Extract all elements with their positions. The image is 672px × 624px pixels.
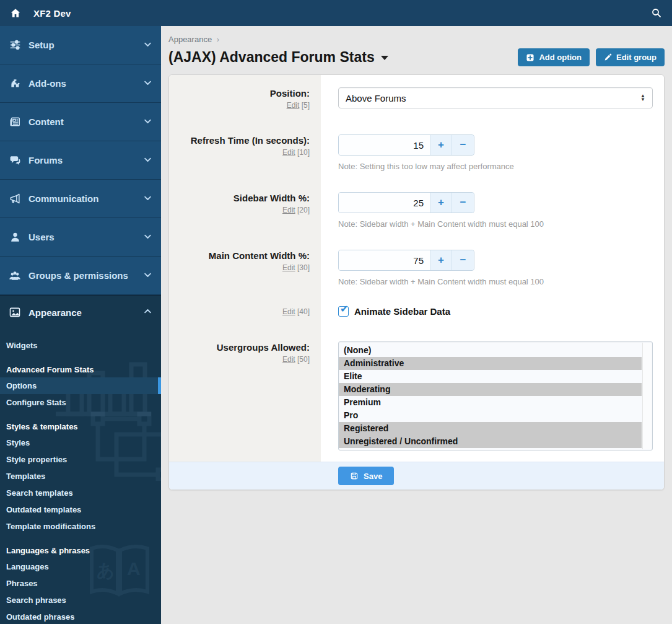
listbox-option-moderating[interactable]: Moderating <box>339 383 642 396</box>
edit-link[interactable]: Edit <box>282 206 295 214</box>
home-icon[interactable] <box>10 7 21 19</box>
button-label: Save <box>364 472 382 481</box>
edit-link[interactable]: Edit <box>282 148 295 157</box>
field-label: Sidebar Width %: <box>169 192 310 204</box>
option-id: [50] <box>297 355 310 364</box>
sidebar-item-users[interactable]: Users <box>0 218 161 257</box>
sidebar-item-appearance[interactable]: Appearance <box>0 296 161 328</box>
sidebar-item-options[interactable]: Options <box>0 377 161 394</box>
field-label: Main Content Width %: <box>169 250 310 261</box>
sidebar-item-style-properties[interactable]: Style properties <box>0 451 161 468</box>
checkbox-label: Animate Sidebar Data <box>354 306 450 317</box>
sidebar-item-label: Groups & permissions <box>28 270 143 281</box>
sidebar-item-label: Content <box>28 116 143 127</box>
button-label: Add option <box>539 53 582 62</box>
chevron-down-icon <box>143 40 152 51</box>
chevron-down-icon <box>143 270 152 281</box>
edit-link[interactable]: Edit <box>287 101 300 110</box>
form-row-main-content-width: Main Content Width %: Edit [30] + − Note… <box>169 229 664 286</box>
option-id: [10] <box>297 148 310 157</box>
checkbox-checked-icon: ✔ <box>338 306 349 317</box>
listbox-scrollbar[interactable] <box>642 343 652 449</box>
search-icon[interactable] <box>651 7 662 19</box>
puzzle-icon <box>9 77 21 90</box>
title-row: (AJAX) Advanced Forum Stats Add option E… <box>168 48 665 66</box>
sidebar-item-configure-stats[interactable]: Configure Stats <box>0 394 161 411</box>
refresh-time-input[interactable] <box>339 135 430 155</box>
active-item-indicator <box>158 377 161 394</box>
sidebar-item-languages[interactable]: Languages <box>0 558 161 575</box>
user-icon <box>9 231 21 244</box>
sidebar-item-label: Forums <box>28 155 143 165</box>
field-note: Note: Setting this too low may affect pe… <box>338 162 653 171</box>
subnav-header-advanced-forum-stats[interactable]: Advanced Forum Stats <box>0 362 161 377</box>
chevron-down-icon <box>143 232 152 243</box>
listbox-option-premium[interactable]: Premium <box>339 396 642 409</box>
edit-group-button[interactable]: Edit group <box>596 48 665 66</box>
sidebar-item-search-phrases[interactable]: Search phrases <box>0 592 161 609</box>
caret-down-icon[interactable] <box>380 55 389 61</box>
usergroups-listbox[interactable]: (None) Administrative Elite Moderating P… <box>338 341 653 450</box>
form-footer: Save <box>169 462 664 490</box>
page-title[interactable]: (AJAX) Advanced Forum Stats <box>168 49 389 66</box>
sidebar-item-add-ons[interactable]: Add-ons <box>0 64 161 103</box>
form-row-usergroups: Usergroups Allowed: Edit [50] (None) Adm… <box>169 319 664 450</box>
listbox-option-none[interactable]: (None) <box>339 344 642 357</box>
sidebar-item-communication[interactable]: Communication <box>0 180 161 218</box>
listbox-option-administrative[interactable]: Administrative <box>339 357 642 370</box>
sidebar-width-input[interactable] <box>339 193 430 213</box>
sidebar-item-template-modifications[interactable]: Template modifications <box>0 518 161 535</box>
sidebar-item-groups-permissions[interactable]: Groups & permissions <box>0 257 161 295</box>
admin-sidebar: Setup Add-ons Content <box>0 26 161 624</box>
sidebar-item-forums[interactable]: Forums <box>0 141 161 180</box>
option-id: [40] <box>297 307 310 316</box>
increment-button[interactable]: + <box>430 193 452 213</box>
sidebar-item-outdated-templates[interactable]: Outdated templates <box>0 501 161 518</box>
sidebar-item-widgets[interactable]: Widgets <box>0 337 161 354</box>
listbox-option-elite[interactable]: Elite <box>339 370 642 383</box>
animate-sidebar-checkbox[interactable]: ✔ Animate Sidebar Data <box>338 306 450 317</box>
breadcrumb-link-appearance[interactable]: Appearance <box>168 35 212 44</box>
subnav-header-styles-templates[interactable]: Styles & templates <box>0 419 161 434</box>
edit-link[interactable]: Edit <box>282 263 295 272</box>
edit-link[interactable]: Edit <box>282 307 295 316</box>
sidebar-item-phrases[interactable]: Phrases <box>0 575 161 592</box>
add-option-button[interactable]: Add option <box>518 48 590 66</box>
sidebar-item-content[interactable]: Content <box>0 103 161 141</box>
listbox-option-registered[interactable]: Registered <box>339 422 642 435</box>
sidebar-item-label: Communication <box>28 193 143 204</box>
sidebar-item-label: Users <box>28 232 143 242</box>
listbox-option-pro[interactable]: Pro <box>339 409 642 422</box>
option-id: [5] <box>302 101 310 110</box>
field-edit: Edit [30] <box>169 263 310 272</box>
decrement-button[interactable]: − <box>452 193 474 213</box>
increment-button[interactable]: + <box>430 135 452 155</box>
position-select[interactable]: Above Forums ▲▼ <box>338 87 653 108</box>
user-group-icon <box>9 270 21 282</box>
field-note: Note: Sidebar width + Main Content width… <box>338 219 653 229</box>
chevron-up-icon <box>143 307 152 318</box>
sidebar-item-search-templates[interactable]: Search templates <box>0 485 161 501</box>
sidebar-item-setup[interactable]: Setup <box>0 26 161 64</box>
field-edit: Edit [10] <box>169 148 310 157</box>
chevron-down-icon <box>143 116 152 128</box>
options-form: Position: Edit [5] Above Forums ▲▼ <box>168 74 665 490</box>
subnav-header-languages-phrases[interactable]: Languages & phrases <box>0 543 161 558</box>
sidebar-item-outdated-phrases[interactable]: Outdated phrases <box>0 609 161 624</box>
sidebar-item-templates[interactable]: Templates <box>0 468 161 485</box>
plus-square-icon <box>526 53 535 62</box>
decrement-button[interactable]: − <box>452 135 474 155</box>
option-id: [30] <box>297 263 310 272</box>
decrement-button[interactable]: − <box>452 250 474 270</box>
brand-title[interactable]: XF2 Dev <box>33 8 71 19</box>
increment-button[interactable]: + <box>430 250 452 270</box>
listbox-option-unregistered[interactable]: Unregistered / Unconfirmed <box>339 435 642 448</box>
main-content-width-input[interactable] <box>339 250 430 270</box>
pencil-icon <box>604 53 612 61</box>
sidebar-item-styles[interactable]: Styles <box>0 434 161 451</box>
header-actions: Add option Edit group <box>518 48 665 66</box>
edit-link[interactable]: Edit <box>282 355 295 364</box>
refresh-time-stepper: + − <box>338 134 474 156</box>
save-button[interactable]: Save <box>338 467 394 485</box>
sidebar-item-label: Options <box>6 381 37 390</box>
